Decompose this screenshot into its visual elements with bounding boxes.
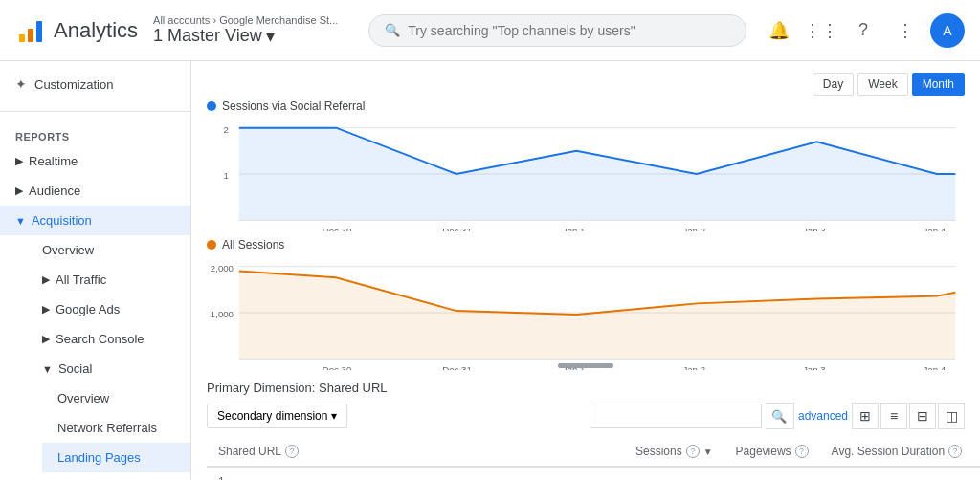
avatar[interactable]: A (930, 13, 965, 48)
row1-url: 1. shop.googlemerchandisestore.com/googl… (207, 467, 624, 480)
svg-text:2: 2 (223, 124, 228, 135)
search-input[interactable] (408, 23, 730, 38)
sidebar-item-conversions[interactable]: Conversions (42, 472, 190, 480)
svg-text:2,000: 2,000 (211, 263, 234, 273)
help-button[interactable]: ? (846, 13, 880, 48)
col-header-sessions: Sessions ? ▼ (624, 437, 724, 467)
arrow-icon: ▼ (15, 215, 26, 227)
url-info-icon[interactable]: ? (285, 445, 299, 458)
data-table-wrapper: Shared URL ? Sessions ? ▼ (191, 437, 980, 480)
week-button[interactable]: Week (858, 73, 907, 96)
col-header-pages-session: Pages / Session ? (973, 437, 980, 467)
chart2-legend-dot (207, 240, 216, 250)
view-icons: ⊞ ≡ ⊟ ◫ (852, 403, 965, 429)
dimension-controls: Secondary dimension ▾ 🔍 advanced ⊞ ≡ ⊟ ◫ (191, 399, 980, 437)
sidebar-item-network-referrals[interactable]: Network Referrals (42, 413, 190, 443)
svg-text:Dec 31: Dec 31 (442, 226, 472, 231)
arrow-icon: ▶ (15, 155, 23, 167)
chart1-legend: Sessions via Social Referral (207, 99, 965, 113)
sidebar-item-realtime[interactable]: ▶ Realtime (0, 146, 190, 176)
header-row: Shared URL ? Sessions ? ▼ (207, 437, 980, 467)
avg-session-info-icon[interactable]: ? (948, 445, 962, 458)
svg-text:Jan 3: Jan 3 (803, 364, 826, 370)
pivot-view-button[interactable]: ◫ (938, 403, 965, 429)
sidebar-item-customization[interactable]: ✦ Customization (0, 69, 190, 99)
sidebar-item-social-overview[interactable]: Overview (42, 383, 190, 413)
svg-text:Jan 2: Jan 2 (682, 364, 705, 370)
table-body: 1. shop.googlemerchandisestore.com/googl… (207, 467, 980, 480)
sidebar-item-audience[interactable]: ▶ Audience (0, 176, 190, 206)
day-button[interactable]: Day (813, 73, 854, 96)
svg-text:1: 1 (223, 170, 228, 181)
arrow-icon: ▶ (42, 273, 50, 286)
topbar-actions: 🔔 ⋮⋮ ? ⋮ A (762, 13, 965, 48)
charts-wrapper: Sessions via Social Referral 2 1 ... (191, 99, 980, 373)
chart2-container: All Sessions 2,000 1,000 ... Dec (207, 238, 965, 373)
svg-text:Dec 30: Dec 30 (323, 364, 352, 370)
sidebar: ✦ Customization REPORTS ▶ Realtime ▶ Aud… (0, 61, 191, 480)
col-header-avg-session: Avg. Session Duration ? (820, 437, 974, 467)
month-button[interactable]: Month (912, 73, 965, 96)
filter-search-button[interactable]: 🔍 (766, 403, 794, 429)
svg-text:Dec 31: Dec 31 (442, 364, 472, 370)
svg-text:1,000: 1,000 (211, 309, 234, 319)
arrow-icon: ▼ (42, 363, 53, 375)
search-bar: 🔍 (368, 14, 746, 47)
apps-button[interactable]: ⋮⋮ (804, 13, 838, 48)
svg-text:Jan 3: Jan 3 (803, 226, 826, 231)
col-header-url: Shared URL ? (207, 437, 624, 467)
svg-text:...: ... (239, 364, 247, 370)
advanced-link[interactable]: advanced (798, 409, 848, 423)
chevron-down-icon: ▾ (266, 26, 275, 47)
google-analytics-logo (15, 15, 46, 46)
sort-icon: ▼ (703, 447, 713, 457)
svg-marker-8 (239, 128, 956, 221)
notifications-button[interactable]: 🔔 (762, 13, 796, 48)
svg-text:Dec 30: Dec 30 (323, 226, 352, 231)
arrow-icon: ▶ (42, 333, 50, 345)
row1-pages-session: 2.33 (973, 467, 980, 480)
row1-avg-session: 0:03:11 (820, 467, 974, 480)
chart2-legend: All Sessions (207, 238, 965, 251)
chart2-svg: 2,000 1,000 ... Dec 30 Dec 31 Jan 1 Jan … (207, 255, 965, 370)
svg-marker-21 (239, 272, 956, 360)
svg-rect-2 (36, 21, 42, 42)
col-header-pageviews: Pageviews ? (724, 437, 820, 467)
chart1-container: Sessions via Social Referral 2 1 ... (207, 99, 965, 234)
sidebar-item-all-traffic[interactable]: ▶ All Traffic (27, 265, 190, 295)
reports-label: REPORTS (0, 123, 190, 146)
more-button[interactable]: ⋮ (888, 13, 923, 48)
sidebar-item-search-console[interactable]: ▶ Search Console (27, 324, 190, 354)
reports-section: REPORTS ▶ Realtime ▶ Audience ▼ Acquisit… (0, 116, 190, 480)
svg-text:...: ... (239, 226, 247, 231)
sidebar-item-social[interactable]: ▼ Social (27, 354, 190, 383)
table-row: 1. shop.googlemerchandisestore.com/googl… (207, 467, 980, 480)
content-area: Day Week Month Sessions via Social Refer… (191, 61, 980, 480)
view-selector[interactable]: 1 Master View ▾ (153, 26, 338, 47)
grid-view-button[interactable]: ⊞ (852, 403, 879, 429)
main-layout: ✦ Customization REPORTS ▶ Realtime ▶ Aud… (0, 61, 980, 480)
data-table: Shared URL ? Sessions ? ▼ (207, 437, 980, 480)
chevron-down-icon: ▾ (331, 409, 337, 423)
row1-sessions: 3 (75.00%) (624, 467, 724, 480)
customization-icon: ✦ (15, 76, 27, 92)
svg-text:Jan 1: Jan 1 (563, 226, 586, 231)
app-title: Analytics (54, 18, 138, 43)
list-view-button[interactable]: ≡ (880, 403, 907, 429)
sidebar-item-overview[interactable]: Overview (27, 235, 190, 265)
filter-input[interactable] (590, 404, 762, 428)
chart1-svg: 2 1 ... Dec 30 Dec 31 Jan 1 Jan 2 (207, 117, 965, 231)
svg-rect-0 (19, 34, 25, 42)
comparison-view-button[interactable]: ⊟ (909, 403, 936, 429)
pageviews-info-icon[interactable]: ? (795, 445, 809, 458)
arrow-icon: ▶ (15, 185, 23, 197)
sidebar-item-landing-pages[interactable]: Landing Pages (42, 443, 190, 472)
time-controls: Day Week Month (191, 69, 980, 99)
sessions-info-icon[interactable]: ? (686, 445, 700, 458)
arrow-icon: ▶ (42, 303, 50, 316)
secondary-dimension-button[interactable]: Secondary dimension ▾ (207, 404, 347, 428)
svg-rect-1 (28, 29, 33, 42)
sidebar-item-google-ads[interactable]: ▶ Google Ads (27, 295, 190, 324)
sidebar-section-customization: ✦ Customization (0, 61, 190, 107)
sidebar-item-acquisition[interactable]: ▼ Acquisition (0, 206, 190, 235)
